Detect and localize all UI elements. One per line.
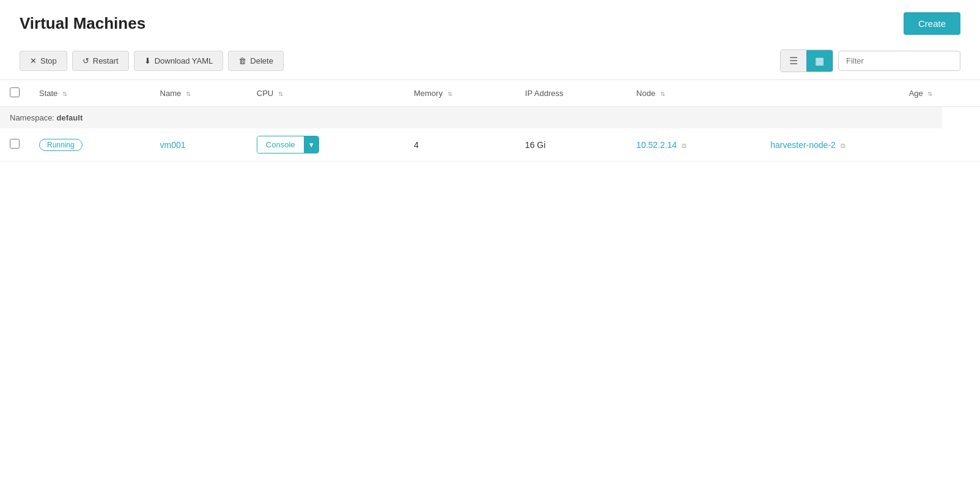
memory-value: 16 Gi bbox=[525, 140, 545, 150]
restart-icon: ↺ bbox=[83, 56, 89, 65]
sort-age-icon: ⇅ bbox=[927, 91, 932, 97]
table-container: State ⇅ Name ⇅ CPU ⇅ Memory ⇅ IP Address bbox=[0, 80, 980, 161]
col-age-label: Age bbox=[909, 89, 923, 98]
delete-button[interactable]: 🗑 Delete bbox=[228, 51, 284, 71]
table-header-row: State ⇅ Name ⇅ CPU ⇅ Memory ⇅ IP Address bbox=[0, 80, 980, 107]
download-icon: ⬇ bbox=[144, 56, 151, 65]
create-button[interactable]: Create bbox=[904, 12, 960, 35]
stop-label: Stop bbox=[40, 56, 57, 65]
select-all-checkbox[interactable] bbox=[10, 87, 20, 97]
toolbar: ✕ Stop ↺ Restart ⬇ Download YAML 🗑 Delet… bbox=[0, 45, 980, 80]
download-yaml-button[interactable]: ⬇ Download YAML bbox=[134, 51, 224, 71]
namespace-label: Namespace: default bbox=[10, 113, 83, 122]
status-badge: Running bbox=[39, 139, 83, 151]
select-all-header bbox=[0, 80, 29, 107]
node-link[interactable]: harvester-node-2 bbox=[770, 140, 836, 150]
sort-memory-icon: ⇅ bbox=[448, 91, 452, 97]
col-age[interactable]: Age ⇅ bbox=[761, 80, 942, 107]
col-name[interactable]: Name ⇅ bbox=[150, 80, 247, 107]
stop-button[interactable]: ✕ Stop bbox=[20, 51, 67, 71]
row-checkbox-cell bbox=[0, 128, 29, 161]
namespace-cell: Namespace: default bbox=[0, 107, 942, 129]
sort-name-icon: ⇅ bbox=[186, 91, 191, 97]
col-ip: IP Address bbox=[515, 80, 627, 107]
table-row: Running vm001 Console ▾ 4 16 Gi bbox=[0, 128, 980, 161]
col-node[interactable]: Node ⇅ bbox=[627, 80, 761, 107]
row-ip-cell: 10.52.2.14 ⧉ bbox=[627, 128, 761, 161]
page-header: Virtual Machines Create bbox=[0, 0, 980, 45]
trash-icon: 🗑 bbox=[238, 56, 246, 65]
col-state[interactable]: State ⇅ bbox=[29, 80, 150, 107]
row-memory-cell: 16 Gi bbox=[515, 128, 627, 161]
col-cpu[interactable]: CPU ⇅ bbox=[247, 80, 404, 107]
col-memory-label: Memory bbox=[414, 89, 443, 98]
filter-input[interactable] bbox=[838, 51, 960, 71]
row-checkbox[interactable] bbox=[10, 139, 20, 149]
copy-ip-icon[interactable]: ⧉ bbox=[682, 142, 687, 150]
row-name-cell: vm001 bbox=[150, 128, 247, 161]
view-toggle: ☰ ▦ bbox=[780, 50, 833, 72]
sort-cpu-icon: ⇅ bbox=[278, 91, 283, 97]
col-cpu-label: CPU bbox=[257, 89, 273, 98]
namespace-prefix: Namespace: bbox=[10, 113, 54, 122]
vm-name-link[interactable]: vm001 bbox=[160, 140, 186, 150]
vm-table: State ⇅ Name ⇅ CPU ⇅ Memory ⇅ IP Address bbox=[0, 80, 980, 161]
cpu-value: 4 bbox=[414, 140, 419, 150]
col-state-label: State bbox=[39, 89, 57, 98]
col-node-label: Node bbox=[636, 89, 655, 98]
ip-link[interactable]: 10.52.2.14 bbox=[636, 140, 677, 150]
col-memory[interactable]: Memory ⇅ bbox=[404, 80, 515, 107]
sort-state-icon: ⇅ bbox=[62, 91, 67, 97]
console-dropdown-button[interactable]: ▾ bbox=[304, 136, 319, 153]
list-view-button[interactable]: ☰ bbox=[781, 50, 806, 72]
delete-label: Delete bbox=[250, 56, 273, 65]
row-state-cell: Running bbox=[29, 128, 150, 161]
restart-button[interactable]: ↺ Restart bbox=[72, 51, 129, 71]
stop-icon: ✕ bbox=[30, 56, 37, 65]
copy-node-icon[interactable]: ⧉ bbox=[841, 142, 846, 150]
namespace-value: default bbox=[57, 113, 83, 122]
grid-view-button[interactable]: ▦ bbox=[806, 50, 833, 72]
sort-node-icon: ⇅ bbox=[660, 91, 665, 97]
console-btn-wrap: Console ▾ bbox=[257, 136, 319, 153]
row-cpu-cell: 4 bbox=[404, 128, 515, 161]
row-console-cell: Console ▾ bbox=[247, 128, 404, 161]
row-node-cell: harvester-node-2 ⧉ bbox=[761, 128, 942, 161]
page-title: Virtual Machines bbox=[20, 14, 146, 33]
namespace-row: Namespace: default bbox=[0, 107, 980, 129]
col-ip-label: IP Address bbox=[525, 89, 564, 98]
download-yaml-label: Download YAML bbox=[155, 56, 213, 65]
col-name-label: Name bbox=[160, 89, 182, 98]
console-button[interactable]: Console bbox=[257, 136, 304, 153]
restart-label: Restart bbox=[93, 56, 119, 65]
row-age-cell bbox=[942, 128, 980, 161]
